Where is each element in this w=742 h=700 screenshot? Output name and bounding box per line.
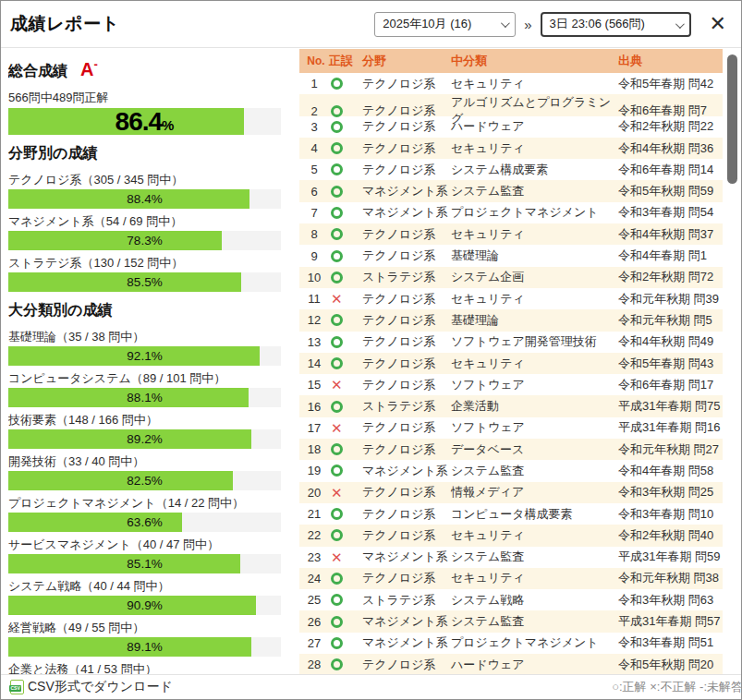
- table-row[interactable]: 13 ✕ テクノロジ系 ソフトウェア開発管理技術 令和4年秋期 問49: [299, 332, 723, 353]
- field-bar-item: テクノロジ系（305 / 345 問中） 88.4%: [8, 172, 290, 209]
- category-bar-label: コンピュータシステム（89 / 101 問中）: [8, 370, 290, 386]
- table-row[interactable]: 23 ✕ マネジメント系 システム監査 平成31年春期 問59: [299, 547, 723, 568]
- category-bar-item: 開発技術（33 / 40 問中） 82.5%: [8, 453, 290, 490]
- row-source: 令和6年春期 問17: [618, 377, 723, 393]
- csv-download-button[interactable]: CSV形式でダウンロード: [10, 679, 173, 695]
- row-number: 12: [299, 313, 329, 327]
- row-source: 令和4年秋期 問36: [618, 140, 723, 157]
- table-row[interactable]: 15 ✕ テクノロジ系 ソフトウェア 令和6年春期 問17: [299, 374, 723, 395]
- table-row[interactable]: 20 ✕ テクノロジ系 情報メディア 令和3年秋期 問25: [299, 482, 723, 503]
- row-field: テクノロジ系: [362, 657, 451, 673]
- summary-panel: 総合成績A- 566問中489問正解 86.4% 分野別の成績 テクノロジ系（3…: [8, 49, 290, 674]
- table-row[interactable]: 19 ✕ マネジメント系 システム監査 令和4年春期 問58: [299, 460, 723, 481]
- row-subcategory: セキュリティ: [451, 76, 618, 92]
- table-row[interactable]: 21 ✕ テクノロジ系 コンピュータ構成要素 令和3年春期 問10: [299, 503, 723, 525]
- overall-progress-bar: 86.4%: [8, 108, 281, 135]
- row-field: テクノロジ系: [362, 484, 451, 501]
- row-number: 3: [299, 120, 329, 134]
- category-percent: 88.1%: [8, 388, 281, 407]
- row-field: テクノロジ系: [362, 103, 451, 119]
- category-bars: 基礎理論（35 / 38 問中） 92.1% コンピュータシステム（89 / 1…: [8, 329, 290, 674]
- correct-circle-icon: [331, 105, 343, 117]
- row-mark: ✕: [329, 616, 362, 628]
- field-percent: 78.3%: [8, 231, 281, 250]
- category-progress-bar: 90.9%: [8, 596, 281, 615]
- row-mark: ✕: [329, 573, 362, 585]
- table-row[interactable]: 26 ✕ マネジメント系 システム監査 平成31年春期 問57: [299, 610, 723, 632]
- table-row[interactable]: 6 ✕ マネジメント系 システム監査 令和5年秋期 問59: [299, 180, 723, 201]
- row-mark: ✕: [329, 105, 362, 117]
- table-row[interactable]: 8 ✕ テクノロジ系 セキュリティ 令和4年秋期 問37: [299, 223, 723, 245]
- row-number: 21: [299, 507, 329, 521]
- incorrect-x-icon: ✕: [331, 551, 343, 563]
- table-row[interactable]: 18 ✕ テクノロジ系 データベース 令和元年秋期 問27: [299, 439, 723, 460]
- table-row[interactable]: 11 ✕ テクノロジ系 セキュリティ 令和元年秋期 問39: [299, 288, 723, 309]
- correct-circle-icon: [331, 228, 343, 240]
- row-number: 9: [299, 249, 329, 263]
- row-number: 20: [299, 486, 329, 500]
- row-field: ストラテジ系: [362, 269, 451, 285]
- row-subcategory: プロジェクトマネジメント: [451, 634, 618, 651]
- row-source: 令和3年秋期 問25: [618, 484, 723, 501]
- row-number: 7: [299, 206, 329, 220]
- session-select[interactable]: 3日 23:06 (566問): [541, 12, 691, 37]
- row-subcategory: コンピュータ構成要素: [451, 506, 618, 523]
- row-source: 令和2年秋期 問22: [618, 118, 723, 135]
- row-mark: ✕: [329, 186, 362, 198]
- period-select[interactable]: 2025年10月 (16): [374, 12, 516, 37]
- scrollbar-thumb[interactable]: [727, 54, 737, 184]
- field-progress-bar: 85.5%: [8, 272, 281, 292]
- overall-heading: 総合成績A-: [8, 57, 290, 81]
- row-field: テクノロジ系: [362, 570, 451, 586]
- row-field: テクノロジ系: [362, 356, 451, 372]
- table-row[interactable]: 1 ✕ テクノロジ系 セキュリティ 令和5年春期 問42: [299, 73, 723, 94]
- table-row[interactable]: 9 ✕ テクノロジ系 基礎理論 令和4年春期 問1: [299, 245, 723, 266]
- table-row[interactable]: 10 ✕ ストラテジ系 システム企画 令和2年秋期 問72: [299, 267, 723, 288]
- category-bar-label: 開発技術（33 / 40 問中）: [8, 453, 290, 469]
- row-field: テクノロジ系: [362, 162, 451, 178]
- table-row[interactable]: 12 ✕ テクノロジ系 基礎理論 令和元年秋期 問5: [299, 309, 723, 331]
- row-subcategory: 基礎理論: [451, 247, 618, 264]
- csv-download-label: CSV形式でダウンロード: [28, 679, 173, 695]
- row-field: テクノロジ系: [362, 527, 451, 544]
- row-source: 平成31年春期 問57: [618, 613, 723, 630]
- row-source: 令和4年春期 問58: [618, 463, 723, 479]
- row-number: 18: [299, 442, 329, 456]
- row-subcategory: セキュリティ: [451, 356, 618, 372]
- table-rows: 1 ✕ テクノロジ系 セキュリティ 令和5年春期 問42 2 ✕: [299, 73, 723, 675]
- row-source: 令和2年秋期 問72: [618, 269, 723, 285]
- table-row[interactable]: 3 ✕ テクノロジ系 ハードウェア 令和2年秋期 問22: [299, 116, 723, 138]
- category-percent: 63.6%: [8, 513, 281, 532]
- table-row[interactable]: 2 ✕ テクノロジ系 アルゴリズムとプログラミング 令和6年春期 問7: [299, 94, 723, 115]
- row-number: 4: [299, 141, 329, 155]
- table-row[interactable]: 16 ✕ ストラテジ系 企業活動 平成31年春期 問75: [299, 395, 723, 416]
- row-source: 令和4年秋期 問49: [618, 333, 723, 350]
- row-subcategory: セキュリティ: [451, 140, 618, 157]
- row-source: 令和5年春期 問43: [618, 356, 723, 372]
- row-source: 令和6年春期 問7: [618, 103, 723, 119]
- table-row[interactable]: 22 ✕ テクノロジ系 セキュリティ 令和2年秋期 問40: [299, 525, 723, 546]
- correct-circle-icon: [331, 658, 343, 670]
- table-row[interactable]: 4 ✕ テクノロジ系 セキュリティ 令和4年秋期 問36: [299, 138, 723, 159]
- table-row[interactable]: 14 ✕ テクノロジ系 セキュリティ 令和5年春期 問43: [299, 353, 723, 374]
- row-number: 17: [299, 421, 329, 435]
- correct-circle-icon: [331, 272, 343, 284]
- row-subcategory: ハードウェア: [451, 118, 618, 135]
- correct-circle-icon: [331, 508, 343, 520]
- row-number: 13: [299, 335, 329, 349]
- row-number: 11: [299, 292, 329, 306]
- table-row[interactable]: 25 ✕ ストラテジ系 システム戦略 令和3年秋期 問63: [299, 589, 723, 610]
- results-table: No. 正誤 分野 中分類 出典 1 ✕ テクノロジ系 セキュリティ 令和5年春…: [299, 49, 723, 675]
- correct-circle-icon: [331, 336, 343, 348]
- table-row[interactable]: 17 ✕ テクノロジ系 ソフトウェア 平成31年春期 問16: [299, 417, 723, 439]
- category-progress-bar: 88.1%: [8, 388, 281, 407]
- table-row[interactable]: 28 ✕ テクノロジ系 ハードウェア 令和5年秋期 問20: [299, 654, 723, 675]
- table-row[interactable]: 5 ✕ テクノロジ系 システム構成要素 令和6年春期 問14: [299, 159, 723, 180]
- row-subcategory: セキュリティ: [451, 291, 618, 308]
- close-button[interactable]: ✕: [704, 12, 732, 36]
- row-source: 平成31年春期 問75: [618, 398, 723, 415]
- table-row[interactable]: 24 ✕ テクノロジ系 セキュリティ 令和元年秋期 問38: [299, 568, 723, 589]
- correct-circle-icon: [331, 637, 343, 649]
- table-row[interactable]: 27 ✕ マネジメント系 プロジェクトマネジメント 令和3年春期 問51: [299, 633, 723, 654]
- table-row[interactable]: 7 ✕ マネジメント系 プロジェクトマネジメント 令和3年春期 問54: [299, 202, 723, 223]
